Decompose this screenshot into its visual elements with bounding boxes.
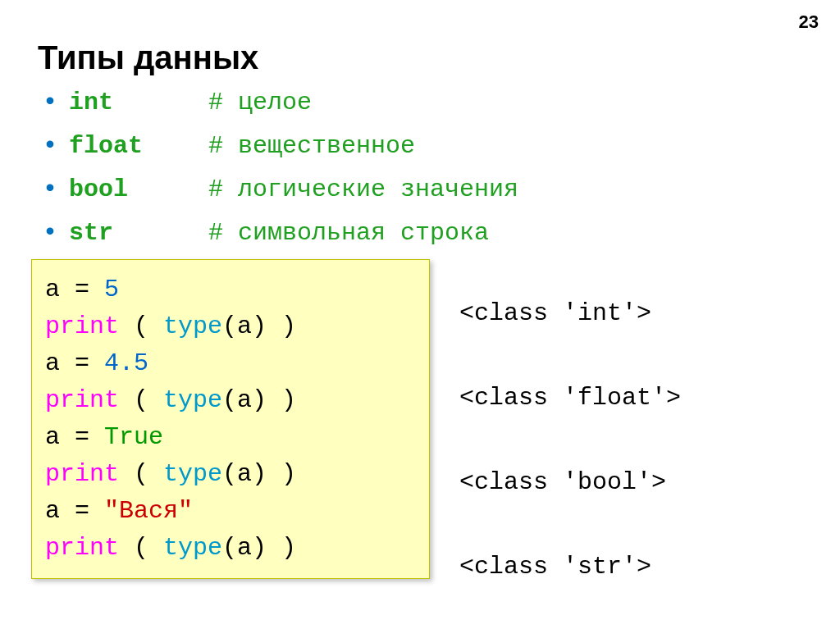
code-fn-type: type (163, 312, 222, 340)
type-comment: # символьная строка (208, 212, 489, 254)
slide-number: 23 (799, 11, 819, 33)
code-line: a = True (45, 419, 416, 456)
type-row-int: • int # целое (43, 82, 518, 124)
code-paren: (a) ) (222, 312, 296, 340)
code-var: a (45, 276, 60, 303)
code-fn-type: type (163, 460, 222, 488)
code-fn-print: print (45, 534, 119, 562)
code-line: print ( type(a) ) (45, 530, 416, 567)
code-number: 5 (104, 276, 119, 303)
bullet-icon: • (43, 169, 57, 211)
type-comment: # целое (208, 82, 312, 124)
type-keyword: int (69, 89, 113, 116)
code-paren: ( (119, 386, 163, 414)
code-line: print ( type(a) ) (45, 308, 416, 345)
code-line: print ( type(a) ) (45, 382, 416, 419)
code-paren: ( (119, 460, 163, 488)
code-box: a = 5 print ( type(a) ) a = 4.5 print ( … (31, 259, 430, 579)
code-op: = (75, 497, 89, 525)
code-paren: ( (119, 312, 163, 340)
type-comment: # логические значения (208, 169, 518, 211)
code-fn-type: type (163, 386, 222, 414)
output-line: <class 'str'> (459, 549, 681, 586)
code-var: a (45, 497, 60, 525)
code-paren: (a) ) (222, 386, 296, 414)
code-line: a = 5 (45, 271, 416, 308)
code-bool: True (104, 423, 163, 451)
code-line: print ( type(a) ) (45, 456, 416, 493)
code-op: = (75, 276, 89, 303)
output-block: <class 'int'> <class 'float'> <class 'bo… (459, 295, 681, 586)
code-line: a = 4.5 (45, 345, 416, 382)
code-op: = (75, 349, 89, 377)
code-var: a (45, 349, 60, 377)
output-line: <class 'bool'> (459, 464, 681, 501)
code-number: 4.5 (104, 349, 148, 377)
bullet-icon: • (43, 125, 57, 167)
code-string: "Вася" (104, 497, 193, 525)
bullet-icon: • (43, 82, 57, 124)
code-fn-type: type (163, 534, 222, 562)
code-fn-print: print (45, 312, 119, 340)
type-keyword: str (69, 219, 113, 247)
bullet-icon: • (43, 212, 57, 254)
code-line: a = "Вася" (45, 493, 416, 530)
type-keyword: float (69, 132, 143, 160)
type-keyword: bool (69, 175, 128, 203)
code-op: = (75, 423, 89, 451)
output-line: <class 'int'> (459, 295, 681, 332)
code-var: a (45, 423, 60, 451)
code-paren: (a) ) (222, 534, 296, 562)
type-list: • int # целое • float # вещественное • b… (43, 82, 518, 256)
code-paren: (a) ) (222, 460, 296, 488)
page-title: Типы данных (38, 39, 258, 76)
code-paren: ( (119, 534, 163, 562)
code-fn-print: print (45, 386, 119, 414)
type-comment: # вещественное (208, 125, 415, 167)
type-row-str: • str # символьная строка (43, 212, 518, 254)
type-row-bool: • bool # логические значения (43, 169, 518, 211)
code-fn-print: print (45, 460, 119, 488)
type-row-float: • float # вещественное (43, 125, 518, 167)
output-line: <class 'float'> (459, 380, 681, 417)
